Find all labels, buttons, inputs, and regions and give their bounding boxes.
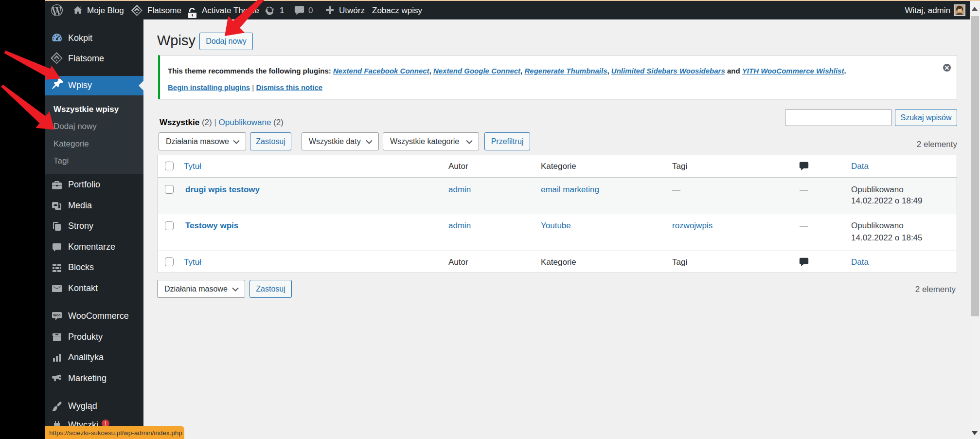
svg-text:Woo: Woo	[53, 313, 60, 317]
